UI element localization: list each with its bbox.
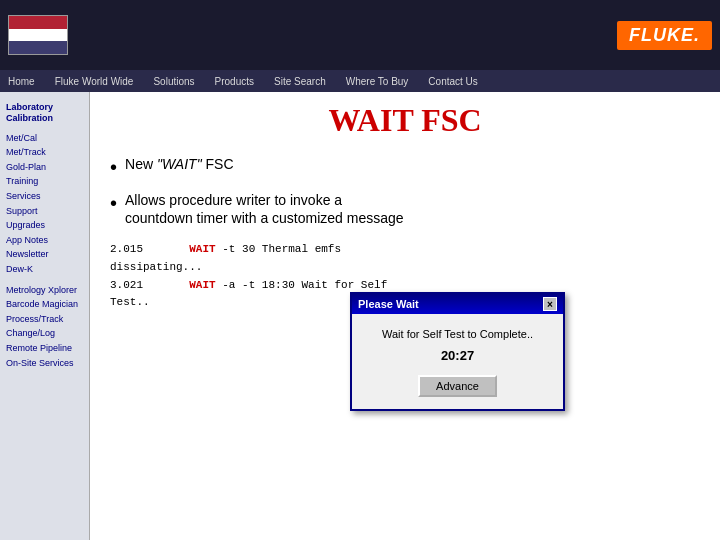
bullet-2-text: Allows procedure writer to invoke a coun…	[125, 191, 404, 227]
flag-icon	[8, 15, 68, 55]
nav-home[interactable]: Home	[8, 76, 35, 87]
code-line2-num: 3.021	[110, 279, 143, 291]
code-line2-rest: -a -t 18:30 Wait for Self	[222, 279, 387, 291]
nav-where-to-buy[interactable]: Where To Buy	[346, 76, 409, 87]
sidebar-item-remote-pipeline[interactable]: Remote Pipeline	[0, 341, 89, 356]
dialog-advance-button[interactable]: Advance	[418, 375, 497, 397]
nav-site-search[interactable]: Site Search	[274, 76, 326, 87]
bullet-dot-1: •	[110, 157, 117, 177]
dialog-title: Please Wait	[358, 298, 419, 310]
sidebar-item-dewk[interactable]: Dew-K	[0, 262, 89, 277]
sidebar-item-metrology-xplorer[interactable]: Metrology Xplorer	[0, 283, 89, 298]
code-line1-cont: dissipating...	[110, 261, 202, 273]
sidebar-item-mettrack[interactable]: Met/Track	[0, 145, 89, 160]
dialog-titlebar: Please Wait ×	[352, 294, 563, 314]
bullet-1-text: New "WAIT" FSC	[125, 155, 233, 173]
sidebar-item-services[interactable]: Services	[0, 189, 89, 204]
code-line2-keyword: WAIT	[189, 279, 215, 291]
header: FLUKE.	[0, 0, 720, 70]
dialog-close-button[interactable]: ×	[543, 297, 557, 311]
sidebar-item-barcode-magician[interactable]: Barcode Magician	[0, 297, 89, 312]
code-line1-rest: -t 30 Thermal emfs	[222, 243, 341, 255]
sidebar-item-appnotes[interactable]: App Notes	[0, 233, 89, 248]
sidebar-item-upgrades[interactable]: Upgrades	[0, 218, 89, 233]
dialog-body: Wait for Self Test to Complete.. 20:27 A…	[352, 314, 563, 409]
code-line1-keyword: WAIT	[189, 243, 215, 255]
code-line2-cont: Test..	[110, 296, 150, 308]
main-layout: Laboratory Calibration Met/Cal Met/Track…	[0, 92, 720, 540]
sidebar-item-newsletter[interactable]: Newsletter	[0, 247, 89, 262]
fluke-logo: FLUKE.	[617, 21, 712, 50]
sidebar-item-support[interactable]: Support	[0, 204, 89, 219]
sidebar-item-process-track[interactable]: Process/Track	[0, 312, 89, 327]
page-title: WAIT FSC	[110, 102, 700, 139]
sidebar: Laboratory Calibration Met/Cal Met/Track…	[0, 92, 90, 540]
sidebar-item-onsite-services[interactable]: On-Site Services	[0, 356, 89, 371]
nav-solutions[interactable]: Solutions	[153, 76, 194, 87]
bullet-1: • New "WAIT" FSC	[110, 155, 700, 177]
bullet-2: • Allows procedure writer to invoke a co…	[110, 191, 700, 227]
navbar: Home Fluke World Wide Solutions Products…	[0, 70, 720, 92]
dialog-timer: 20:27	[368, 348, 547, 363]
please-wait-dialog: Please Wait × Wait for Self Test to Comp…	[350, 292, 565, 411]
sidebar-item-metcal[interactable]: Met/Cal	[0, 131, 89, 146]
content-area: WAIT FSC • New "WAIT" FSC • Allows proce…	[90, 92, 720, 540]
dialog-message: Wait for Self Test to Complete..	[368, 328, 547, 340]
sidebar-section-title: Laboratory Calibration	[0, 98, 89, 125]
code-line1-num: 2.015	[110, 243, 143, 255]
sidebar-item-changelog[interactable]: Change/Log	[0, 326, 89, 341]
sidebar-item-goldplan[interactable]: Gold-Plan	[0, 160, 89, 175]
nav-contact-us[interactable]: Contact Us	[428, 76, 477, 87]
nav-products[interactable]: Products	[215, 76, 254, 87]
bullet-dot-2: •	[110, 193, 117, 213]
nav-fluke-worldwide[interactable]: Fluke World Wide	[55, 76, 134, 87]
sidebar-item-training[interactable]: Training	[0, 174, 89, 189]
